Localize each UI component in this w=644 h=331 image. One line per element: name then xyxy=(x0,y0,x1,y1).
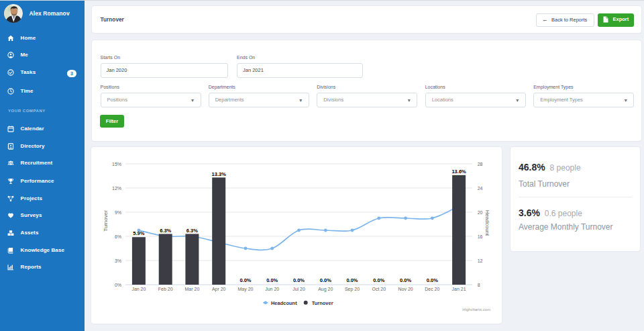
svg-text:Jun 20: Jun 20 xyxy=(265,287,279,291)
svg-text:Sep 20: Sep 20 xyxy=(345,287,360,292)
svg-text:12: 12 xyxy=(478,258,483,263)
svg-text:0.0%: 0.0% xyxy=(266,277,278,283)
svg-text:Nov 20: Nov 20 xyxy=(398,287,413,291)
svg-text:Dec 20: Dec 20 xyxy=(425,287,439,291)
svg-text:13.3%: 13.3% xyxy=(212,171,227,177)
svg-text:6.3%: 6.3% xyxy=(160,228,171,234)
svg-text:Turnover: Turnover xyxy=(312,300,333,306)
svg-text:0%: 0% xyxy=(115,283,121,287)
svg-text:24: 24 xyxy=(478,186,483,191)
svg-text:Oct 20: Oct 20 xyxy=(372,287,386,291)
svg-text:6%: 6% xyxy=(115,234,121,239)
svg-text:5.9%: 5.9% xyxy=(133,230,144,236)
svg-text:Apr 20: Apr 20 xyxy=(212,287,226,292)
svg-text:Feb 20: Feb 20 xyxy=(158,287,173,291)
svg-text:Aug 20: Aug 20 xyxy=(318,287,333,292)
svg-text:16: 16 xyxy=(478,234,483,239)
svg-text:Highcharts.com: Highcharts.com xyxy=(462,308,490,312)
svg-text:0.0%: 0.0% xyxy=(293,277,305,283)
svg-text:Headcount: Headcount xyxy=(271,300,297,306)
svg-text:Jan 21: Jan 21 xyxy=(452,287,466,291)
svg-text:28: 28 xyxy=(478,162,483,167)
svg-text:May 20: May 20 xyxy=(238,287,254,292)
svg-text:0.0%: 0.0% xyxy=(320,277,331,283)
svg-text:0.0%: 0.0% xyxy=(373,277,384,283)
svg-text:8: 8 xyxy=(478,283,480,287)
svg-text:13.6%: 13.6% xyxy=(451,169,466,175)
svg-text:12%: 12% xyxy=(112,186,121,191)
svg-text:6.3%: 6.3% xyxy=(186,228,198,234)
svg-text:Jan 20: Jan 20 xyxy=(131,287,146,291)
svg-text:Turnover: Turnover xyxy=(103,210,109,232)
svg-text:3%: 3% xyxy=(115,258,121,263)
svg-text:20: 20 xyxy=(478,210,483,215)
svg-text:0.0%: 0.0% xyxy=(239,277,251,283)
svg-text:9%: 9% xyxy=(115,210,121,215)
svg-text:Mar 20: Mar 20 xyxy=(185,287,200,291)
svg-text:0.0%: 0.0% xyxy=(427,277,438,283)
svg-text:0.0%: 0.0% xyxy=(346,277,358,283)
svg-text:Jul 20: Jul 20 xyxy=(292,287,305,291)
svg-text:15%: 15% xyxy=(112,162,121,167)
svg-text:0.0%: 0.0% xyxy=(400,277,411,283)
svg-text:Headcount: Headcount xyxy=(484,210,490,236)
